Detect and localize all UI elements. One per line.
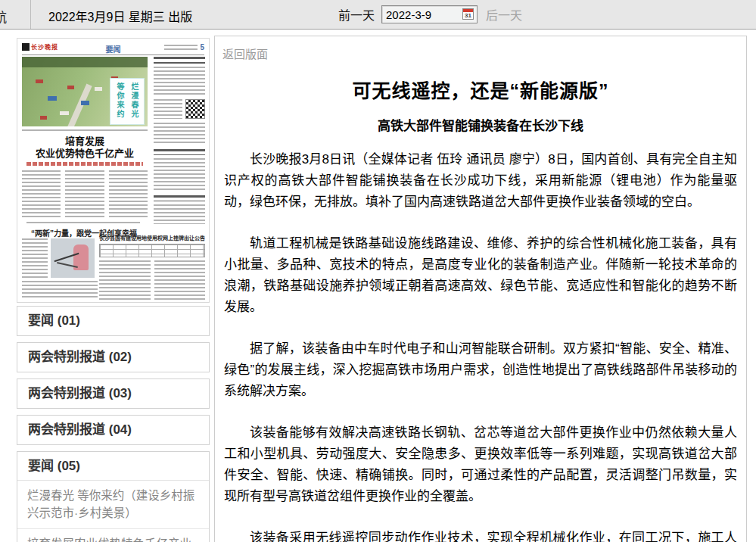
qr-row (154, 99, 205, 119)
article-title: 可无线遥控，还是“新能源版” (222, 78, 739, 104)
nav-label-partial[interactable]: 航 (0, 7, 7, 26)
fake-text-block (22, 238, 48, 278)
photo-roof (60, 111, 69, 115)
land-notice-title: 长沙县国有建设用地使用权网上挂牌出让公告 (99, 234, 205, 241)
headline-1-line1: 培育发展 (22, 136, 148, 148)
story2-photo (51, 238, 95, 278)
topbar: 航 2022年3月9日 星期三 出版 前一天 31 后一天 (0, 0, 756, 30)
thumbnail-masthead: 长沙晚报 要闻 5 (22, 41, 204, 55)
headline-1-line2: 农业优势特色千亿产业 (22, 148, 148, 160)
fake-text-block (99, 260, 151, 301)
story2-row (22, 238, 98, 278)
fake-text-block (154, 158, 205, 192)
land-notice-table (99, 244, 205, 257)
page-thumbnail[interactable]: 长沙晚报 要闻 5 等你来约 烂漫春光 培育发展 农业优势特色千亿产业 “两 (17, 38, 210, 303)
topbar-divider (30, 0, 31, 29)
article-subtitle: 高铁大部件智能铺换装备在长沙下线 (222, 117, 739, 136)
sidebar-section-05-expanded: 要闻 (05) 烂漫春光 等你来约（建设乡村振兴示范市·乡村美景） 培育发展农业… (17, 451, 210, 542)
sidebar-section-04[interactable]: 两会特别报道 (04) (17, 415, 210, 445)
fake-text-block (65, 170, 104, 217)
sidebar-section-02[interactable]: 两会特别报道 (02) (17, 342, 210, 372)
calendar-icon-day: 31 (463, 12, 473, 19)
thumbnail-kicker-fake-text (26, 222, 140, 225)
article-paragraph: 该装备采用无线遥控同步动作作业技术，实现全程机械化作业，在同工况下，施工人员较行… (224, 528, 737, 542)
photo-treeline (22, 57, 148, 67)
article-paragraph: 该装备能够有效解决高速铁路长钢轨、岔芯等道岔大部件更换作业中仍然依赖大量人工和小… (224, 422, 737, 507)
sidebar-section-03[interactable]: 两会特别报道 (03) (17, 378, 210, 409)
date-input-wrap: 31 (381, 5, 478, 23)
prev-day-link[interactable]: 前一天 (338, 5, 375, 23)
fake-text-block (22, 170, 61, 217)
thumbnail-page-number: 5 (200, 43, 204, 51)
thumbnail-masthead-meta: 5 (164, 43, 204, 51)
photo-caption-fake-text (22, 129, 148, 132)
article-paragraph: 据了解，该装备由中车时代电子和山河智能联合研制。双方紧扣“智能、安全、精准、绿色… (224, 338, 737, 402)
fake-text-block (154, 123, 205, 145)
photo-roof (48, 96, 57, 101)
promo-text-line: 烂漫春光 (129, 83, 140, 124)
sidebar-article-link[interactable]: 烂漫春光 等你来约（建设乡村振兴示范市·乡村美景） (17, 481, 209, 529)
photo-roof (95, 87, 102, 91)
newspaper-logo: 长沙晚报 (22, 42, 58, 51)
thumbnail-subhead-red (26, 162, 143, 166)
fake-text-block (154, 67, 205, 95)
fake-text-block (154, 204, 205, 224)
fake-text-block (22, 281, 98, 297)
fake-text-block (109, 170, 148, 217)
fake-text-columns (22, 170, 148, 217)
thumbnail-promo-card: 等你来约 烂漫春光 (110, 78, 145, 125)
next-day-link-disabled: 后一天 (486, 5, 522, 23)
fake-text-columns (99, 260, 205, 301)
date-navigation: 前一天 31 后一天 (338, 0, 522, 29)
fake-headline-block (154, 149, 205, 155)
fake-text-block (154, 260, 206, 301)
sidebar-article-link[interactable]: 培育发展农业优势特色千亿产业 (17, 529, 209, 542)
promo-text-line: 等你来约 (114, 83, 126, 124)
newspaper-logo-text: 长沙晚报 (31, 42, 58, 51)
photo-roof (40, 116, 47, 120)
calendar-icon[interactable]: 31 (462, 8, 474, 20)
publication-date: 2022年3月9日 星期三 出版 (48, 7, 192, 25)
fake-text-block (164, 45, 198, 51)
photo-roof (67, 86, 74, 89)
thumbnail-section-title: 要闻 (106, 43, 121, 55)
fake-text-block (154, 99, 182, 119)
thumbnail-story2 (22, 238, 98, 301)
back-to-page-link[interactable]: 返回版面 (222, 45, 268, 61)
article-paragraph: 轨道工程机械是铁路基础设施线路建设、维修、养护的综合性机械化施工装备，具有小批量… (224, 233, 737, 318)
sidebar-section-05[interactable]: 要闻 (05) (17, 452, 209, 481)
sidebar-section-01[interactable]: 要闻 (01) (17, 306, 210, 336)
qr-code (185, 99, 205, 119)
thumbnail-land-notice: 长沙县国有建设用地使用权网上挂牌出让公告 (99, 234, 205, 301)
thumbnail-right-column (154, 57, 205, 231)
article-paragraph: 长沙晚报3月8日讯（全媒体记者 伍玲 通讯员 廖宁）8日，国内首创、具有完全自主… (224, 149, 737, 213)
photo-roof (81, 101, 89, 105)
article-body: 长沙晚报3月8日讯（全媒体记者 伍玲 通讯员 廖宁）8日，国内首创、具有完全自主… (222, 149, 739, 542)
thumbnail-headline-1: 培育发展 农业优势特色千亿产业 (22, 136, 148, 160)
newspaper-logo-icon (22, 43, 30, 51)
article-panel: 返回版面 可无线遥控，还是“新能源版” 高铁大部件智能铺换装备在长沙下线 长沙晚… (214, 36, 747, 542)
fake-headline-block (154, 57, 205, 64)
photo-roof (36, 79, 43, 83)
fake-headline-block (154, 195, 205, 201)
